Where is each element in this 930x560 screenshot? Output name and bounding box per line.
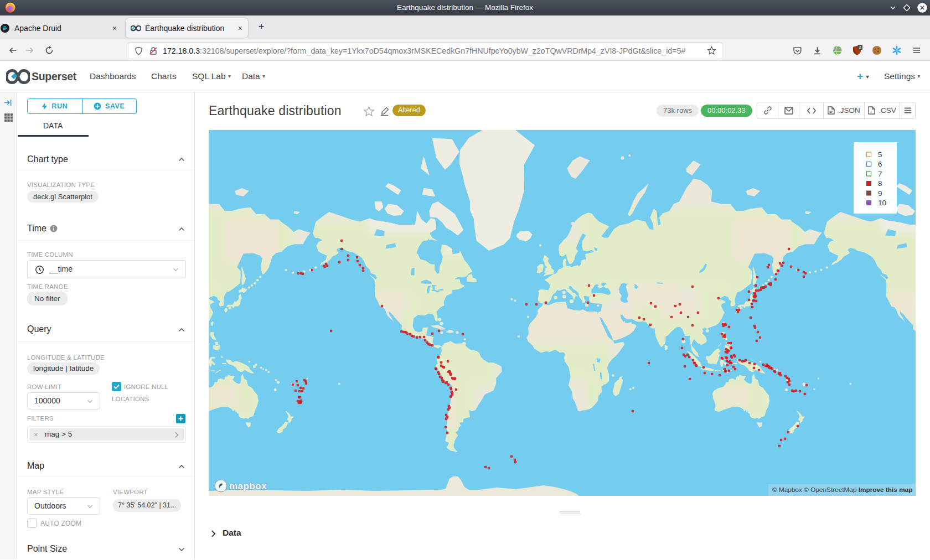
svg-text:x: x — [870, 110, 872, 113]
svg-text:10: 10 — [878, 199, 886, 207]
svg-text:8: 8 — [878, 179, 882, 188]
svg-text:© Mapbox © OpenStreetMap Impro: © Mapbox © OpenStreetMap Improve this ma… — [772, 486, 912, 494]
svg-text:5: 5 — [878, 151, 882, 159]
svg-text:9: 9 — [878, 189, 882, 198]
svg-text:6: 6 — [878, 160, 882, 168]
svg-text:7: 7 — [878, 170, 882, 178]
svg-text:mapbox: mapbox — [229, 481, 267, 491]
svg-text:2: 2 — [859, 45, 861, 50]
